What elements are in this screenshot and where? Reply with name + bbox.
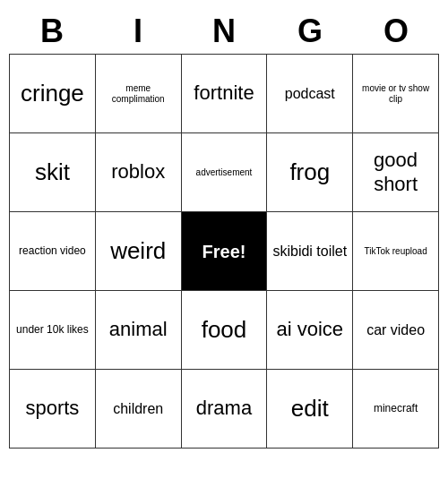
cell-text-21: children bbox=[113, 400, 163, 417]
cell-text-24: minecraft bbox=[374, 402, 418, 414]
cell-text-19: car video bbox=[366, 321, 425, 338]
cell-text-6: roblox bbox=[111, 160, 165, 184]
bingo-cell-11: weird bbox=[96, 212, 182, 291]
bingo-cell-2: fortnite bbox=[182, 55, 268, 133]
cell-text-2: fortnite bbox=[194, 81, 254, 105]
bingo-cell-7: advertisement bbox=[182, 133, 268, 212]
cell-text-3: podcast bbox=[285, 85, 335, 102]
bingo-cell-1: meme complimation bbox=[96, 55, 182, 133]
header-letter-b: B bbox=[9, 9, 95, 54]
cell-text-14: TikTok reupload bbox=[364, 246, 426, 257]
cell-text-10: reaction video bbox=[19, 244, 86, 257]
bingo-cell-14: TikTok reupload bbox=[353, 212, 439, 291]
bingo-card: BINGO cringememe complimationfortnitepod… bbox=[9, 9, 439, 449]
cell-text-16: animal bbox=[109, 318, 168, 341]
bingo-cell-4: movie or tv show clip bbox=[353, 55, 439, 133]
cell-text-17: food bbox=[202, 316, 247, 344]
cell-text-11: weird bbox=[110, 237, 166, 265]
bingo-cell-24: minecraft bbox=[353, 370, 439, 449]
bingo-cell-13: skibidi toilet bbox=[267, 212, 353, 291]
cell-text-15: under 10k likes bbox=[16, 323, 89, 336]
bingo-cell-15: under 10k likes bbox=[10, 291, 96, 370]
cell-text-20: sports bbox=[25, 397, 79, 420]
bingo-cell-12: Free! bbox=[182, 212, 268, 291]
bingo-cell-22: drama bbox=[182, 370, 268, 449]
cell-text-23: edit bbox=[291, 395, 329, 423]
cell-text-5: skit bbox=[35, 158, 70, 186]
free-cell-text: Free! bbox=[202, 241, 246, 262]
bingo-cell-8: frog bbox=[267, 133, 353, 212]
cell-text-0: cringe bbox=[21, 80, 84, 107]
header-letter-n: N bbox=[181, 9, 267, 54]
bingo-cell-9: good short bbox=[353, 133, 439, 212]
header-letter-i: I bbox=[95, 9, 181, 54]
cell-text-9: good short bbox=[357, 149, 435, 196]
bingo-cell-18: ai voice bbox=[267, 291, 353, 370]
bingo-header: BINGO bbox=[9, 9, 439, 54]
bingo-cell-16: animal bbox=[96, 291, 182, 370]
bingo-cell-17: food bbox=[182, 291, 268, 370]
bingo-cell-5: skit bbox=[10, 133, 96, 212]
cell-text-22: drama bbox=[196, 397, 252, 420]
cell-text-4: movie or tv show clip bbox=[357, 83, 435, 105]
bingo-grid: cringememe complimationfortnitepodcastmo… bbox=[9, 54, 439, 449]
bingo-cell-0: cringe bbox=[10, 55, 96, 133]
bingo-cell-10: reaction video bbox=[10, 212, 96, 291]
cell-text-8: frog bbox=[289, 158, 330, 186]
bingo-cell-21: children bbox=[96, 370, 182, 449]
cell-text-7: advertisement bbox=[196, 167, 253, 178]
bingo-cell-19: car video bbox=[353, 291, 439, 370]
cell-text-18: ai voice bbox=[276, 318, 343, 341]
header-letter-o: O bbox=[353, 9, 439, 54]
bingo-cell-6: roblox bbox=[96, 133, 182, 212]
bingo-cell-23: edit bbox=[267, 370, 353, 449]
header-letter-g: G bbox=[267, 9, 353, 54]
cell-text-13: skibidi toilet bbox=[272, 243, 347, 260]
bingo-cell-20: sports bbox=[10, 370, 96, 449]
bingo-cell-3: podcast bbox=[267, 55, 353, 133]
cell-text-1: meme complimation bbox=[99, 83, 177, 105]
